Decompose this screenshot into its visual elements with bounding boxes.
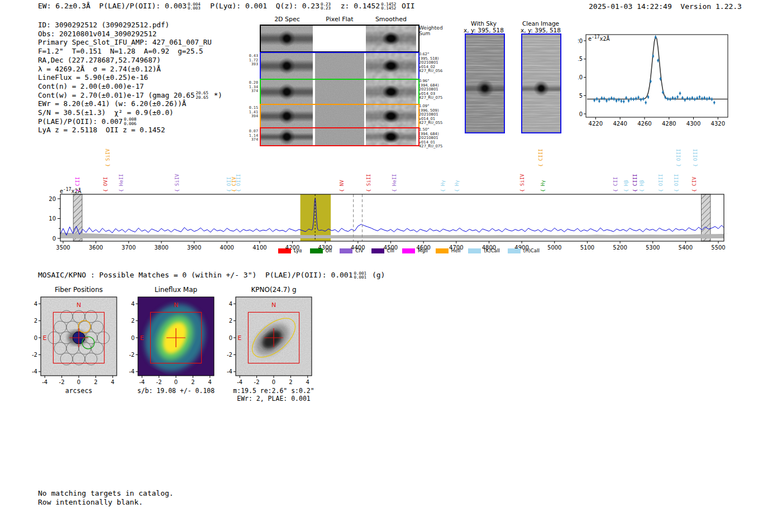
svg-text:0: 0 xyxy=(34,335,37,341)
cutout-row xyxy=(260,25,419,52)
info-line: Cont(w) = 2.70(±0.01)e-17 (gmag 20.6520.… xyxy=(38,91,222,100)
svg-text:4: 4 xyxy=(111,379,115,385)
row-fiber-annotation: 1.09"(396, 509)20210801v014_01427_RU_055 xyxy=(419,104,445,126)
cell-smoothed xyxy=(366,26,416,51)
svg-text:2: 2 xyxy=(289,379,292,385)
info-line: P(LAE)/P(OII): 0.0070.0080.006 xyxy=(38,117,222,126)
clean-image-coords: x, y: 395, 518 xyxy=(514,27,568,33)
info-line: Cont(n) = 2.00(±0.00)e-17 xyxy=(38,82,222,91)
info-line: Obs: 20210801v014_3090292512 xyxy=(38,30,222,39)
svg-text:E: E xyxy=(43,334,47,342)
legend-item: HeII xyxy=(436,248,461,253)
cell-2d-spec xyxy=(261,128,313,145)
svg-text:10: 10 xyxy=(578,74,583,80)
cutout-row xyxy=(260,52,419,80)
svg-text:10: 10 xyxy=(49,215,56,222)
cell-2d-spec xyxy=(261,80,313,104)
svg-text:E: E xyxy=(140,334,144,342)
svg-text:4320: 4320 xyxy=(711,121,725,127)
cell-smoothed xyxy=(366,105,416,127)
elixer-report-page: EW: 6.2±0.3Å P(LAE)/P(OII): 0.0030.0040.… xyxy=(0,0,782,532)
svg-text:20: 20 xyxy=(578,38,583,44)
svg-text:5000: 5000 xyxy=(547,245,561,251)
svg-text:0: 0 xyxy=(131,335,135,341)
with-sky-image xyxy=(465,33,505,133)
legend-item: CIV xyxy=(340,248,363,253)
clean-image xyxy=(521,33,561,133)
cell-2d-spec xyxy=(261,26,313,51)
svg-text:2: 2 xyxy=(191,379,194,385)
legend-label: (H)CaII xyxy=(523,248,540,253)
cell-smoothed xyxy=(366,80,416,104)
svg-text:s/b: 19.08 +/- 0.108: s/b: 19.08 +/- 0.108 xyxy=(137,387,215,395)
cell-smoothed xyxy=(366,128,416,145)
summary-header: EW: 6.2±0.3Å P(LAE)/P(OII): 0.0030.0040.… xyxy=(38,2,415,11)
svg-text:5: 5 xyxy=(579,93,583,99)
svg-text:E: E xyxy=(238,334,242,342)
cell-pixel-flat xyxy=(315,53,364,79)
svg-text:N: N xyxy=(271,301,276,309)
cutout-row xyxy=(260,79,419,105)
legend-swatch xyxy=(340,248,352,253)
svg-text:5200: 5200 xyxy=(613,245,627,251)
svg-text:5500: 5500 xyxy=(711,245,725,251)
svg-text:2: 2 xyxy=(94,379,97,385)
cell-pixel-flat xyxy=(315,80,364,104)
svg-text:0: 0 xyxy=(77,379,80,385)
svg-text:4260: 4260 xyxy=(637,121,651,127)
footer-line: Row intentionally blank. xyxy=(38,498,174,507)
inset-unit-label: e-17x2Å xyxy=(588,35,610,42)
legend-label: (K)CaII xyxy=(484,248,499,253)
emission-line-label: { OIII xyxy=(658,174,664,192)
svg-text:3700: 3700 xyxy=(122,245,136,251)
svg-text:-2: -2 xyxy=(254,379,260,385)
svg-text:3800: 3800 xyxy=(154,245,168,251)
svg-text:4: 4 xyxy=(306,379,309,385)
legend-swatch xyxy=(310,248,323,253)
svg-text:-4: -4 xyxy=(237,379,242,385)
legend-swatch xyxy=(436,248,449,253)
legend-item: OII xyxy=(310,248,332,253)
cell-pixel-flat xyxy=(315,128,364,145)
cell-2d-spec xyxy=(261,53,313,79)
legend-item: (K)CaII xyxy=(468,248,499,253)
svg-text:0: 0 xyxy=(272,379,275,385)
with-sky-title: With Sky x, y: 395, 518 xyxy=(458,20,509,33)
row-weight-labels: 0.151.41394 xyxy=(246,106,258,119)
legend-label: HeII xyxy=(451,248,461,253)
emission-line-label: { Hγ xyxy=(540,180,546,192)
cutout-row xyxy=(260,104,419,128)
lineflux-map-panel: 420-2-4-4-2024NEs/b: 19.08 +/- 0.108 xyxy=(128,290,226,407)
svg-text:N: N xyxy=(174,301,178,309)
svg-text:2: 2 xyxy=(131,318,135,324)
col-title-2d-spec: 2D Spec xyxy=(261,16,313,23)
svg-text:4240: 4240 xyxy=(613,121,627,127)
emission-line-label: { CIII xyxy=(538,148,543,167)
footer-notes: No matching targets in catalog.Row inten… xyxy=(38,489,174,506)
svg-text:4: 4 xyxy=(131,301,135,307)
svg-text:EWr: 2, PLAE: 0.001: EWr: 2, PLAE: 0.001 xyxy=(237,395,311,402)
legend-item: MgII xyxy=(402,248,428,253)
with-sky-coords: x, y: 395, 518 xyxy=(458,27,509,33)
legend-swatch xyxy=(278,248,291,253)
info-line: F=1.2" T=0.151 N=1.28 A=0.92 g=25.5 xyxy=(38,47,222,56)
legend-label: Lyα xyxy=(294,248,302,253)
svg-text:3600: 3600 xyxy=(89,245,103,251)
svg-text:2: 2 xyxy=(34,318,37,324)
emission-line-label: { HeII xyxy=(392,174,397,192)
legend-label: CIV xyxy=(355,248,363,253)
svg-text:4: 4 xyxy=(229,301,232,307)
svg-text:-4: -4 xyxy=(32,368,37,375)
svg-text:3500: 3500 xyxy=(56,245,70,251)
svg-text:arcsecs: arcsecs xyxy=(65,387,92,395)
footer-line: No matching targets in catalog. xyxy=(38,489,174,498)
detection-info-block: ID: 3090292512 (3090292512.pdf)Obs: 2021… xyxy=(38,21,222,135)
svg-text:4220: 4220 xyxy=(589,121,603,127)
cutout-row xyxy=(260,127,419,146)
cell-2d-spec xyxy=(261,105,313,127)
legend-swatch xyxy=(371,248,384,253)
emission-line-label: { SiII xyxy=(366,174,371,192)
catalog-matches-line: MOSAIC/KPNO : Possible Matches = 0 (with… xyxy=(38,271,385,280)
full-spectrum-plot: 3500360037003800390040004100420043004400… xyxy=(49,148,748,254)
clean-image-label: Clean Image xyxy=(514,20,568,27)
